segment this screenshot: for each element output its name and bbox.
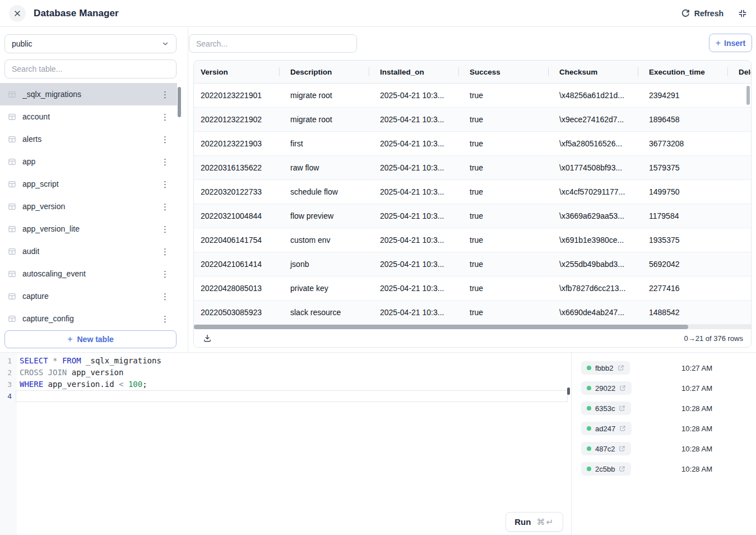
kebab-menu-icon[interactable]: ⋮ [159, 179, 171, 190]
cell[interactable]: true [458, 301, 548, 324]
cell[interactable]: true [458, 276, 548, 300]
cell[interactable]: \x3669a629aa53... [548, 204, 638, 228]
sidebar-item-alerts[interactable]: alerts⋮ [0, 128, 177, 150]
cell[interactable]: 2025-04-21 10:3... [369, 156, 458, 179]
sidebar-item-app[interactable]: app⋮ [0, 150, 177, 173]
kebab-menu-icon[interactable]: ⋮ [159, 291, 171, 302]
table-row[interactable]: 20220321004844flow preview2025-04-21 10:… [194, 204, 751, 228]
cell[interactable]: 20220321004844 [194, 204, 279, 228]
cell[interactable]: 2025-04-21 10:3... [369, 228, 458, 252]
download-button[interactable] [202, 333, 213, 344]
cell[interactable]: first [279, 132, 369, 155]
external-link-icon[interactable] [619, 385, 626, 391]
cell[interactable]: \x6690de4ab247... [548, 301, 638, 324]
table-row[interactable]: 20220421061414jsonb2025-04-21 10:3...tru… [194, 252, 751, 276]
rows-search-input[interactable] [189, 34, 357, 53]
cell[interactable]: 20220421061414 [194, 252, 279, 276]
cell[interactable]: 1179584 [638, 204, 727, 228]
horizontal-scrollbar-thumb[interactable] [194, 325, 688, 329]
cell[interactable]: schedule flow [279, 180, 369, 204]
cell[interactable]: \xf5a280516526... [548, 132, 638, 155]
editor-scrollbar-thumb[interactable] [567, 388, 570, 395]
sidebar-item-capture[interactable]: capture⋮ [0, 285, 177, 307]
query-pill[interactable]: 6353c [581, 402, 631, 415]
table-row[interactable]: 20220123221901migrate root2025-04-21 10:… [194, 84, 751, 108]
kebab-menu-icon[interactable]: ⋮ [159, 156, 171, 167]
cell[interactable]: 20220123221901 [194, 84, 279, 107]
sidebar-item-_sqlx_migrations[interactable]: _sqlx_migrations⋮ [0, 83, 177, 105]
kebab-menu-icon[interactable]: ⋮ [159, 246, 171, 257]
cell[interactable]: 20220320122733 [194, 180, 279, 204]
cell[interactable]: \xfb7827d6cc213... [548, 276, 638, 300]
cell[interactable]: true [458, 252, 548, 276]
cell[interactable]: 20220316135622 [194, 156, 279, 179]
cell[interactable]: 20220503085923 [194, 301, 279, 324]
sql-editor[interactable]: 1SELECT * FROM _sqlx_migrations2CROSS JO… [0, 353, 572, 535]
kebab-menu-icon[interactable]: ⋮ [159, 313, 171, 324]
query-pill[interactable]: ad247 [581, 422, 632, 435]
history-item[interactable]: 2c5bb10:28 AM [572, 459, 756, 479]
external-link-icon[interactable] [619, 445, 625, 452]
cell[interactable]: true [458, 84, 548, 107]
cell[interactable]: 2025-04-21 10:3... [369, 180, 458, 204]
cell[interactable]: 1579375 [638, 156, 727, 179]
cell[interactable]: 2025-04-21 10:3... [369, 204, 458, 228]
history-item[interactable]: fbbb210:27 AM [572, 358, 756, 378]
cell[interactable]: 1488542 [638, 301, 727, 324]
cell[interactable]: 2025-04-21 10:3... [369, 276, 458, 300]
query-pill[interactable]: 2c5bb [581, 462, 631, 476]
cell[interactable]: 1499750 [638, 180, 727, 204]
cell[interactable]: migrate root [279, 108, 369, 131]
external-link-icon[interactable] [619, 405, 625, 412]
cell[interactable]: 1935375 [638, 228, 727, 252]
table-row[interactable]: 20220316135622raw flow2025-04-21 10:3...… [194, 156, 751, 180]
cell[interactable]: 2025-04-21 10:3... [369, 132, 458, 155]
cell[interactable]: true [458, 204, 548, 228]
cell[interactable]: migrate root [279, 84, 369, 107]
history-item[interactable]: 487c210:28 AM [572, 439, 756, 459]
sidebar-item-audit[interactable]: audit⋮ [0, 240, 177, 262]
table-row[interactable]: 20220428085013private key2025-04-21 10:3… [194, 276, 751, 301]
cell[interactable]: \x9ece274162d7... [548, 108, 638, 131]
sidebar-item-capture_config[interactable]: capture_config⋮ [0, 307, 177, 328]
kebab-menu-icon[interactable]: ⋮ [159, 112, 171, 122]
cell[interactable]: flow preview [279, 204, 369, 228]
refresh-button[interactable]: Refresh [681, 9, 723, 18]
table-row[interactable]: 20220320122733schedule flow2025-04-21 10… [194, 180, 751, 204]
cell[interactable]: 2025-04-21 10:3... [369, 252, 458, 276]
external-link-icon[interactable] [619, 425, 626, 432]
kebab-menu-icon[interactable]: ⋮ [159, 134, 171, 145]
history-item[interactable]: 6353c10:28 AM [572, 398, 756, 418]
cell[interactable]: 20220428085013 [194, 276, 279, 300]
cell[interactable]: \x48256a61d21d... [548, 84, 638, 107]
table-row[interactable]: 20220406141754custom env2025-04-21 10:3.… [194, 228, 751, 252]
sidebar-item-account[interactable]: account⋮ [0, 105, 177, 128]
cell[interactable]: \x691b1e3980ce... [548, 228, 638, 252]
kebab-menu-icon[interactable]: ⋮ [159, 269, 171, 279]
query-pill[interactable]: fbbb2 [581, 361, 630, 375]
cell[interactable]: 20220406141754 [194, 228, 279, 252]
external-link-icon[interactable] [618, 365, 624, 371]
history-item[interactable]: ad24710:28 AM [572, 418, 756, 439]
cell[interactable]: custom env [279, 228, 369, 252]
close-button[interactable] [9, 5, 26, 22]
cell[interactable]: raw flow [279, 156, 369, 179]
cell[interactable]: jsonb [279, 252, 369, 276]
cell[interactable]: 2277416 [638, 276, 727, 300]
sidebar-item-app_version[interactable]: app_version⋮ [0, 195, 177, 218]
sidebar-item-app_script[interactable]: app_script⋮ [0, 173, 177, 195]
query-pill[interactable]: 487c2 [581, 442, 631, 455]
cell[interactable]: true [458, 180, 548, 204]
table-row[interactable]: 20220123221903first2025-04-21 10:3...tru… [194, 132, 751, 156]
cell[interactable]: true [458, 132, 548, 155]
cell[interactable]: true [458, 156, 548, 179]
sidebar-item-autoscaling_event[interactable]: autoscaling_event⋮ [0, 262, 177, 285]
cell[interactable]: \x255db49babd3... [548, 252, 638, 276]
external-link-icon[interactable] [619, 465, 625, 472]
cell[interactable]: 2025-04-21 10:3... [369, 84, 458, 107]
insert-button[interactable]: + Insert [709, 34, 752, 52]
cell[interactable]: 2025-04-21 10:3... [369, 301, 458, 324]
cell[interactable]: 5692042 [638, 252, 727, 276]
cell[interactable]: private key [279, 276, 369, 300]
table-row[interactable]: 20220503085923slack resource2025-04-21 1… [194, 301, 751, 325]
